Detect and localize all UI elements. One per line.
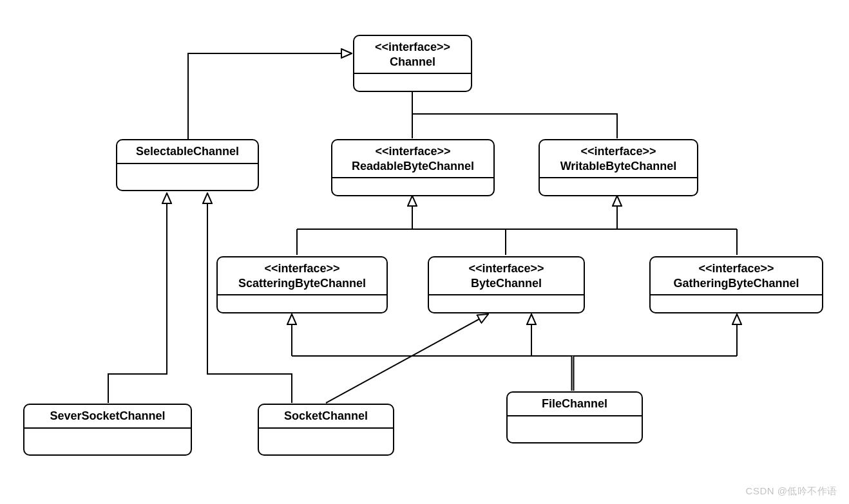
edge-seversocket-to-selectable — [108, 193, 167, 403]
node-file-channel: FileChannel — [506, 391, 643, 443]
edge-readable-to-channel — [412, 114, 617, 138]
node-channel: <<interface>> Channel — [353, 35, 472, 92]
node-socket-channel-name: SocketChannel — [265, 409, 386, 424]
node-selectable-channel: SelectableChannel — [116, 139, 259, 191]
node-gathering-byte-channel: <<interface>> GatheringByteChannel — [649, 256, 823, 313]
node-scattering-byte-channel: <<interface>> ScatteringByteChannel — [216, 256, 388, 313]
node-writable-byte-channel-name: WritableByteChannel — [546, 159, 691, 174]
node-sever-socket-channel: SeverSocketChannel — [23, 404, 192, 456]
watermark: CSDN @低吟不作语 — [746, 485, 837, 498]
stereotype-label: <<interface>> — [657, 261, 816, 276]
stereotype-label: <<interface>> — [224, 261, 380, 276]
stereotype-label: <<interface>> — [339, 144, 487, 159]
node-scattering-byte-channel-name: ScatteringByteChannel — [224, 276, 380, 291]
node-readable-byte-channel-name: ReadableByteChannel — [339, 159, 487, 174]
node-byte-channel: <<interface>> ByteChannel — [428, 256, 585, 313]
node-selectable-channel-name: SelectableChannel — [124, 144, 251, 159]
stereotype-label: <<interface>> — [361, 40, 464, 55]
node-file-channel-name: FileChannel — [514, 397, 635, 411]
stereotype-label: <<interface>> — [546, 144, 691, 159]
node-writable-byte-channel: <<interface>> WritableByteChannel — [539, 139, 698, 196]
node-gathering-byte-channel-name: GatheringByteChannel — [657, 276, 816, 291]
edge-socket-to-byte — [326, 314, 488, 403]
edge-selectable-to-channel — [188, 53, 352, 139]
node-socket-channel: SocketChannel — [258, 404, 394, 456]
node-channel-name: Channel — [361, 55, 464, 70]
node-sever-socket-channel-name: SeverSocketChannel — [31, 409, 184, 424]
stereotype-label: <<interface>> — [435, 261, 577, 276]
node-readable-byte-channel: <<interface>> ReadableByteChannel — [331, 139, 495, 196]
node-byte-channel-name: ByteChannel — [435, 276, 577, 291]
